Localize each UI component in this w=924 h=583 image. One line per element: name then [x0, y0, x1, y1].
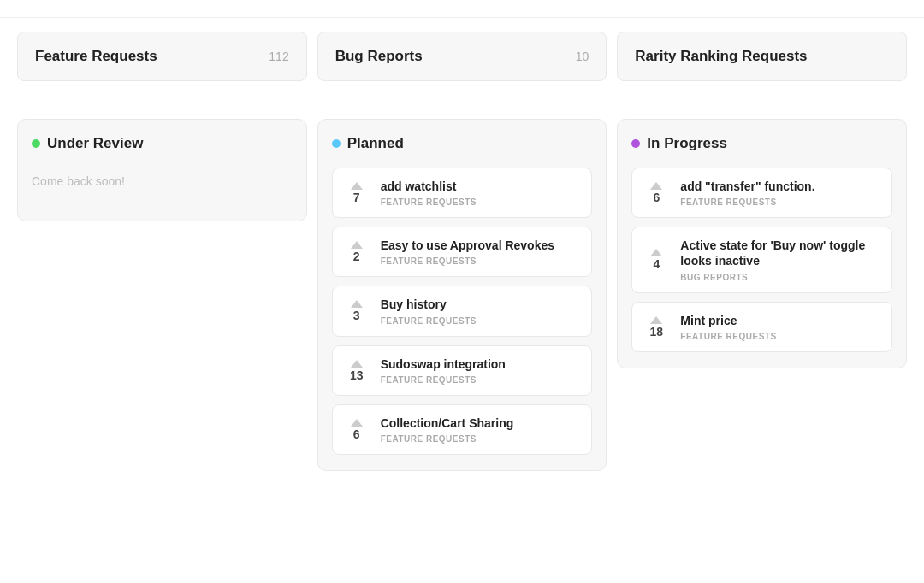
request-category: FEATURE REQUESTS — [680, 332, 880, 341]
request-title: Collection/Cart Sharing — [381, 415, 580, 431]
status-dot-planned — [332, 139, 341, 148]
upvote-arrow-icon[interactable] — [351, 300, 363, 308]
request-content: Easy to use Approval RevokesFEATURE REQU… — [381, 238, 580, 266]
tab-label-bug-reports: Bug Reports — [335, 48, 423, 65]
vote-box: 7 — [345, 182, 369, 203]
vote-box: 4 — [644, 249, 668, 270]
vote-box: 3 — [345, 300, 369, 321]
request-content: Sudoswap integrationFEATURE REQUESTS — [381, 356, 580, 385]
tabs-row: Feature Requests112Bug Reports10Rarity R… — [0, 18, 924, 81]
list-item[interactable]: 7add watchlistFEATURE REQUESTS — [332, 168, 593, 218]
vote-count: 6 — [353, 428, 360, 440]
request-category: BUG REPORTS — [680, 273, 880, 282]
column-header-in-progress: In Progress — [631, 135, 892, 152]
vote-count: 3 — [353, 309, 360, 321]
tab-count-bug-reports: 10 — [576, 50, 589, 63]
tab-label-feature-requests: Feature Requests — [35, 48, 157, 65]
tab-rarity-ranking[interactable]: Rarity Ranking Requests — [617, 32, 907, 81]
vote-count: 4 — [653, 258, 660, 270]
vote-count: 18 — [650, 326, 664, 338]
request-content: Active state for 'Buy now' toggle looks … — [680, 238, 880, 281]
list-item[interactable]: 4Active state for 'Buy now' toggle looks… — [631, 227, 892, 292]
column-title-planned: Planned — [347, 135, 404, 152]
empty-message-under-review: Come back soon! — [32, 168, 293, 191]
column-title-under-review: Under Review — [47, 135, 143, 152]
upvote-arrow-icon[interactable] — [650, 182, 662, 190]
request-content: Mint priceFEATURE REQUESTS — [680, 313, 880, 341]
request-title: add watchlist — [381, 179, 580, 194]
roadmap-section: Under ReviewCome back soon!Planned7add w… — [0, 81, 924, 471]
vote-box: 2 — [345, 241, 369, 262]
request-category: FEATURE REQUESTS — [381, 434, 580, 444]
list-item[interactable]: 13Sudoswap integrationFEATURE REQUESTS — [332, 345, 593, 396]
request-category: FEATURE REQUESTS — [381, 316, 580, 326]
page-header — [0, 0, 924, 18]
tab-bug-reports[interactable]: Bug Reports10 — [317, 32, 607, 81]
column-title-in-progress: In Progress — [647, 135, 727, 152]
list-item[interactable]: 3Buy historyFEATURE REQUESTS — [332, 286, 593, 336]
upvote-arrow-icon[interactable] — [351, 419, 363, 427]
request-content: Collection/Cart SharingFEATURE REQUESTS — [381, 415, 580, 444]
vote-count: 6 — [653, 191, 660, 203]
request-category: FEATURE REQUESTS — [680, 197, 880, 207]
request-content: Buy historyFEATURE REQUESTS — [381, 297, 580, 325]
list-item[interactable]: 2Easy to use Approval RevokesFEATURE REQ… — [332, 227, 593, 277]
list-item[interactable]: 18Mint priceFEATURE REQUESTS — [631, 302, 892, 352]
tab-count-feature-requests: 112 — [269, 50, 288, 63]
column-under-review: Under ReviewCome back soon! — [17, 119, 307, 221]
tab-feature-requests[interactable]: Feature Requests112 — [17, 32, 307, 81]
request-category: FEATURE REQUESTS — [381, 197, 580, 207]
vote-count: 2 — [353, 250, 360, 262]
upvote-arrow-icon[interactable] — [650, 249, 662, 256]
request-title: Buy history — [381, 297, 580, 312]
columns-row: Under ReviewCome back soon!Planned7add w… — [17, 119, 907, 471]
status-dot-under-review — [32, 139, 40, 148]
request-content: add watchlistFEATURE REQUESTS — [381, 179, 580, 207]
upvote-arrow-icon[interactable] — [351, 241, 363, 249]
vote-count: 7 — [353, 191, 360, 203]
column-in-progress: In Progress6add "transfer" function.FEAT… — [617, 119, 907, 368]
vote-box: 6 — [644, 182, 668, 203]
column-planned: Planned7add watchlistFEATURE REQUESTS2Ea… — [317, 119, 607, 471]
request-title: Active state for 'Buy now' toggle looks … — [680, 238, 880, 268]
request-title: add "transfer" function. — [680, 179, 880, 194]
vote-box: 18 — [644, 316, 668, 338]
request-title: Mint price — [680, 313, 880, 328]
vote-box: 13 — [345, 360, 369, 381]
vote-count: 13 — [350, 369, 364, 381]
column-header-under-review: Under Review — [32, 135, 293, 152]
request-title: Easy to use Approval Revokes — [381, 238, 580, 253]
request-category: FEATURE REQUESTS — [381, 375, 580, 385]
column-header-planned: Planned — [332, 135, 593, 152]
upvote-arrow-icon[interactable] — [351, 182, 363, 190]
list-item[interactable]: 6add "transfer" function.FEATURE REQUEST… — [631, 168, 892, 218]
request-title: Sudoswap integration — [381, 356, 580, 372]
tab-label-rarity-ranking: Rarity Ranking Requests — [635, 48, 807, 65]
status-dot-in-progress — [631, 139, 640, 148]
request-category: FEATURE REQUESTS — [381, 256, 580, 266]
upvote-arrow-icon[interactable] — [650, 316, 662, 324]
vote-box: 6 — [345, 419, 369, 440]
request-content: add "transfer" function.FEATURE REQUESTS — [680, 179, 880, 207]
list-item[interactable]: 6Collection/Cart SharingFEATURE REQUESTS — [332, 404, 593, 455]
upvote-arrow-icon[interactable] — [351, 360, 363, 368]
